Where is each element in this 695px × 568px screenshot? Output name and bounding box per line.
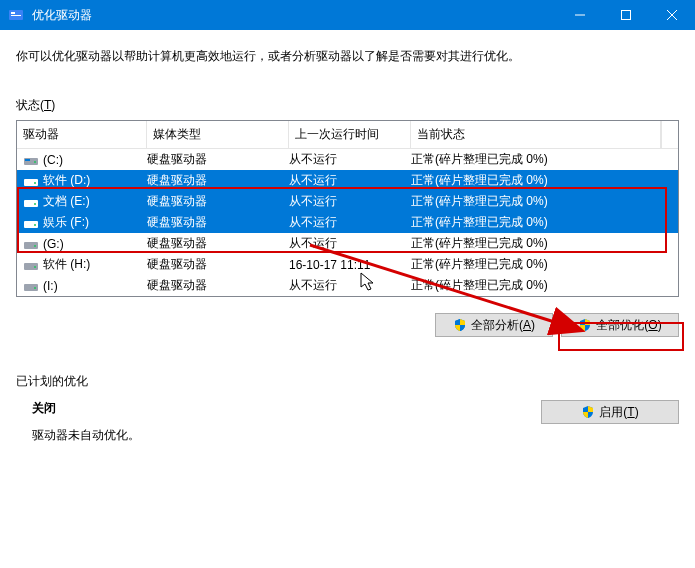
svg-rect-14 [24, 221, 38, 228]
window-title: 优化驱动器 [32, 7, 557, 24]
svg-rect-16 [24, 242, 38, 249]
watermark: 系统之家 XITONGZHIJIA.NET [545, 508, 685, 558]
header-spacer [661, 121, 678, 148]
enable-schedule-label: 启用(T) [599, 404, 638, 421]
status-cell: 正常(碎片整理已完成 0%) [411, 214, 678, 231]
svg-point-17 [34, 245, 36, 247]
drive-name: 文档 (E:) [43, 193, 90, 210]
column-status[interactable]: 当前状态 [411, 121, 661, 148]
media-cell: 硬盘驱动器 [147, 277, 289, 294]
status-cell: 正常(碎片整理已完成 0%) [411, 151, 678, 168]
svg-point-19 [34, 266, 36, 268]
svg-point-11 [34, 182, 36, 184]
drive-icon [23, 237, 39, 251]
drive-cell: 软件 (H:) [23, 256, 147, 273]
enable-schedule-button[interactable]: 启用(T) [541, 400, 679, 424]
drive-name: 软件 (H:) [43, 256, 90, 273]
svg-point-21 [34, 287, 36, 289]
last-run-cell: 从不运行 [289, 235, 411, 252]
drive-icon [23, 216, 39, 230]
svg-rect-10 [24, 179, 38, 186]
status-cell: 正常(碎片整理已完成 0%) [411, 235, 678, 252]
drive-icon [23, 174, 39, 188]
svg-point-9 [34, 161, 36, 163]
drive-row[interactable]: (I:) 硬盘驱动器 从不运行 正常(碎片整理已完成 0%) [17, 275, 678, 296]
last-run-cell: 从不运行 [289, 214, 411, 231]
status-cell: 正常(碎片整理已完成 0%) [411, 256, 678, 273]
shield-icon [453, 318, 467, 332]
scheduled-note: 驱动器未自动优化。 [32, 427, 541, 444]
svg-text:XITONGZHIJIA.NET: XITONGZHIJIA.NET [593, 537, 666, 546]
drives-header: 驱动器 媒体类型 上一次运行时间 当前状态 [17, 121, 678, 149]
drive-cell: 娱乐 (F:) [23, 214, 147, 231]
drive-row[interactable]: 软件 (D:) 硬盘驱动器 从不运行 正常(碎片整理已完成 0%) [17, 170, 678, 191]
svg-rect-1 [11, 12, 15, 14]
svg-rect-4 [622, 11, 631, 20]
media-cell: 硬盘驱动器 [147, 256, 289, 273]
optimize-all-button[interactable]: 全部优化(O) [561, 313, 679, 337]
column-drive[interactable]: 驱动器 [17, 121, 147, 148]
last-run-cell: 从不运行 [289, 172, 411, 189]
drive-icon [23, 195, 39, 209]
scheduled-section-label: 已计划的优化 [16, 373, 679, 390]
media-cell: 硬盘驱动器 [147, 193, 289, 210]
status-cell: 正常(碎片整理已完成 0%) [411, 172, 678, 189]
shield-icon [581, 405, 595, 419]
drive-name: 软件 (D:) [43, 172, 90, 189]
app-icon [8, 7, 24, 23]
last-run-cell: 从不运行 [289, 277, 411, 294]
svg-point-13 [34, 203, 36, 205]
media-cell: 硬盘驱动器 [147, 151, 289, 168]
drive-name: (I:) [43, 279, 58, 293]
window-titlebar: 优化驱动器 [0, 0, 695, 30]
content-area: 你可以优化驱动器以帮助计算机更高效地运行，或者分析驱动器以了解是否需要对其进行优… [0, 30, 695, 462]
column-last-run[interactable]: 上一次运行时间 [289, 121, 411, 148]
last-run-cell: 从不运行 [289, 151, 411, 168]
status-cell: 正常(碎片整理已完成 0%) [411, 193, 678, 210]
drive-row[interactable]: (G:) 硬盘驱动器 从不运行 正常(碎片整理已完成 0%) [17, 233, 678, 254]
last-run-cell: 从不运行 [289, 193, 411, 210]
svg-rect-20 [24, 284, 38, 291]
drive-cell: 文档 (E:) [23, 193, 147, 210]
drive-cell: 软件 (D:) [23, 172, 147, 189]
drive-row[interactable]: 娱乐 (F:) 硬盘驱动器 从不运行 正常(碎片整理已完成 0%) [17, 212, 678, 233]
drive-cell: (I:) [23, 279, 147, 293]
description-text: 你可以优化驱动器以帮助计算机更高效地运行，或者分析驱动器以了解是否需要对其进行优… [16, 48, 679, 65]
status-cell: 正常(碎片整理已完成 0%) [411, 277, 678, 294]
column-media[interactable]: 媒体类型 [147, 121, 289, 148]
drive-icon [23, 258, 39, 272]
svg-point-15 [34, 224, 36, 226]
drive-name: (C:) [43, 153, 63, 167]
drive-row[interactable]: 软件 (H:) 硬盘驱动器 16-10-17 11:11 正常(碎片整理已完成 … [17, 254, 678, 275]
drives-listview[interactable]: 驱动器 媒体类型 上一次运行时间 当前状态 (C:) 硬盘驱动器 从不运行 正常… [16, 120, 679, 297]
drive-name: 娱乐 (F:) [43, 214, 89, 231]
drive-icon [23, 279, 39, 293]
svg-rect-2 [11, 15, 21, 16]
drive-name: (G:) [43, 237, 64, 251]
media-cell: 硬盘驱动器 [147, 235, 289, 252]
drive-row[interactable]: (C:) 硬盘驱动器 从不运行 正常(碎片整理已完成 0%) [17, 149, 678, 170]
media-cell: 硬盘驱动器 [147, 214, 289, 231]
drive-cell: (C:) [23, 153, 147, 167]
maximize-button[interactable] [603, 0, 649, 30]
analyze-all-label: 全部分析(A) [471, 317, 535, 334]
media-cell: 硬盘驱动器 [147, 172, 289, 189]
close-button[interactable] [649, 0, 695, 30]
svg-rect-18 [24, 263, 38, 270]
drive-icon [23, 153, 39, 167]
status-section-label: 状态(T) [16, 97, 679, 114]
scheduled-state: 关闭 [32, 400, 541, 417]
shield-icon [578, 318, 592, 332]
last-run-cell: 16-10-17 11:11 [289, 258, 411, 272]
analyze-all-button[interactable]: 全部分析(A) [435, 313, 553, 337]
minimize-button[interactable] [557, 0, 603, 30]
svg-text:系统之家: 系统之家 [592, 515, 657, 533]
svg-rect-12 [24, 200, 38, 207]
drive-row[interactable]: 文档 (E:) 硬盘驱动器 从不运行 正常(碎片整理已完成 0%) [17, 191, 678, 212]
svg-rect-8 [25, 159, 30, 161]
optimize-all-label: 全部优化(O) [596, 317, 661, 334]
drive-cell: (G:) [23, 237, 147, 251]
